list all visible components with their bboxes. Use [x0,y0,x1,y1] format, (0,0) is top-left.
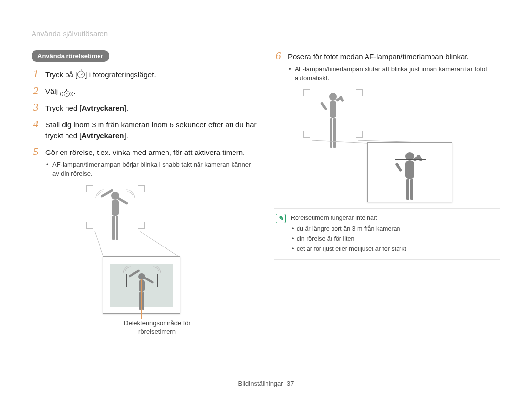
svg-line-7 [140,231,178,256]
svg-line-6 [95,231,103,256]
person-waving-in-screen [103,266,180,314]
camera-screen [103,256,180,314]
detection-box [395,159,426,177]
motion-timer-icon: (()) [60,91,73,97]
note-list: du är längre bort än 3 m från kameran di… [291,224,406,253]
substeps: AF-lampan/timerlampan slutar att blinka … [288,65,500,83]
steps-right: 6 Posera för fotot medan AF-lampan/timer… [274,50,500,84]
note-item: din rörelse är för liten [291,234,406,243]
footer-section: Bildinställningar [238,380,283,387]
left-column: Använda rörelsetimer 1 Tryck på [] i fot… [32,50,258,328]
figure-caption: Detekteringsområde för rörelsetimern [108,319,206,336]
step-number: 5 [32,146,40,157]
steps-left: 1 Tryck på [] i fotograferingsläget. 2 V… [32,68,258,180]
step-text: Tryck på [] i fotograferingsläget. [45,68,156,80]
step-number: 6 [274,50,283,61]
step-number: 3 [32,102,40,113]
step-number: 2 [32,85,40,96]
note-block: ✎ Rörelsetimern fungerar inte när: du är… [274,208,500,260]
svg-rect-25 [406,179,409,200]
columns: Använda rörelsetimer 1 Tryck på [] i fot… [32,50,500,328]
substep: AF-lampan/timerlampan slutar att blinka … [288,65,500,83]
step-4: 4 Ställ dig inom 3 m från kameran inom 6… [32,119,258,141]
note-item: det är för ljust eller motljuset är för … [291,245,406,253]
step-text-pre: Välj [45,87,60,95]
svg-rect-11 [142,292,144,310]
callout-line [141,279,142,319]
step-number: 1 [32,68,40,79]
svg-line-21 [312,140,367,143]
section-pill: Använda rörelsetimer [32,50,109,62]
page: Använda självutlösaren Använda rörelseti… [0,0,532,401]
substep: AF-lampan/timerlampan börjar blinka i sn… [45,160,258,178]
timer-icon [77,71,85,78]
step-6: 6 Posera för fotot medan AF-lampan/timer… [274,50,500,84]
step-text-post: ] i fotograferingsläget. [85,70,156,79]
step-3: 3 Tryck ned [Avtryckaren]. [32,102,258,114]
camera-screen [367,142,452,202]
step-text-bold: Avtryckaren [81,131,124,140]
step-text-line: Ställ dig inom 3 m från kameran inom 6 s… [45,121,257,140]
detection-box [126,274,158,287]
step-number: 4 [32,119,40,129]
step-text-pre: Tryck ned [ [45,104,82,112]
step-text: Gör en rörelse, t.ex. vinka med armen, f… [45,146,258,180]
step-text-line: Gör en rörelse, t.ex. vinka med armen, f… [45,148,245,156]
note-item: du är längre bort än 3 m från kameran [291,224,406,233]
substeps: AF-lampan/timerlampan börjar blinka i sn… [45,160,258,178]
note-body: Rörelsetimern fungerar inte när: du är l… [291,214,406,254]
step-text-bold: Avtryckaren [82,104,124,112]
step-2: 2 Välj (()). [32,85,258,97]
right-column: 6 Posera för fotot medan AF-lampan/timer… [274,50,500,328]
step-5: 5 Gör en rörelse, t.ex. vinka med armen,… [32,146,258,180]
figure-posing [274,89,500,202]
svg-rect-26 [410,179,413,200]
step-text: Posera för fotot medan AF-lampan/timerla… [288,50,500,84]
note-icon: ✎ [276,214,286,223]
figure-motion-detection: Detekteringsområde för rörelsetimern [32,185,258,328]
step-text: Ställ dig inom 3 m från kameran inom 6 s… [45,119,258,141]
step-text-post: . [74,87,76,95]
step-text-pre: Tryck på [ [45,70,77,79]
step-text: Tryck ned [Avtryckaren]. [45,102,128,114]
step-text-tail: ]. [124,131,128,140]
note-lead: Rörelsetimern fungerar inte när: [291,214,406,222]
step-text-line: Posera för fotot medan AF-lampan/timerla… [288,52,469,61]
step-text-post: ]. [124,104,128,112]
running-head: Använda självutlösaren [32,30,500,41]
step-text: Välj (()). [45,85,76,97]
step-1: 1 Tryck på [] i fotograferingsläget. [32,68,258,80]
page-number: 37 [287,380,294,387]
page-footer: Bildinställningar 37 [0,380,532,387]
